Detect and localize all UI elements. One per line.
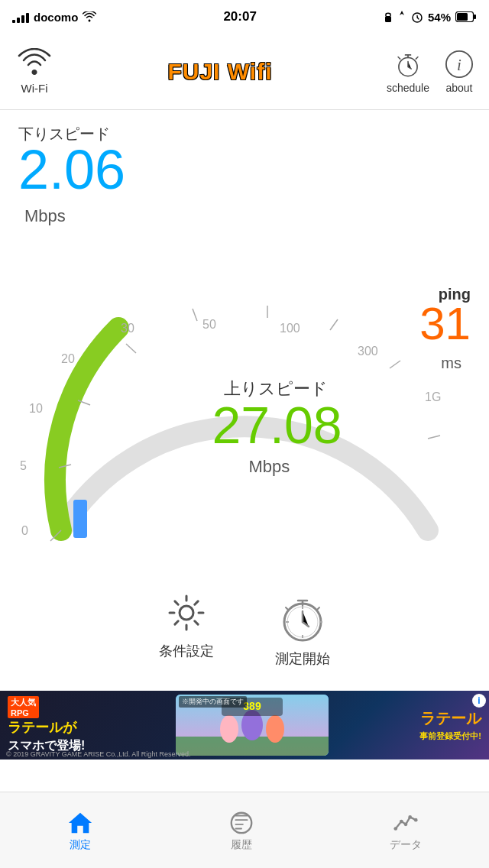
download-unit: Mbps (24, 206, 66, 226)
schedule-label: schedule (387, 82, 429, 94)
wifi-nav[interactable]: Wi-Fi (15, 48, 53, 95)
settings-button[interactable]: 条件設定 (159, 590, 214, 668)
ad-info-button[interactable]: i (472, 694, 486, 708)
ad-brand-name: ラテール (420, 708, 481, 729)
battery-label: 54% (428, 11, 451, 24)
about-button[interactable]: i about (445, 50, 474, 94)
wifi-status-icon (83, 11, 96, 22)
svg-point-35 (403, 822, 407, 826)
scale-100: 100 (280, 322, 300, 335)
svg-rect-8 (73, 500, 87, 538)
alarm-icon (411, 11, 423, 23)
location-icon (397, 11, 406, 23)
status-bar: docomo 20:07 54% (0, 0, 489, 34)
settings-icon (164, 590, 209, 636)
scale-0: 0 (21, 524, 28, 538)
svg-line-16 (390, 361, 400, 368)
ad-title-line2: スマホで登場! (8, 738, 85, 754)
start-label: 測定開始 (275, 649, 330, 668)
svg-point-36 (408, 815, 412, 819)
main-content: 0 5 10 20 30 50 100 300 1G 下りスピード 2.06 M… (0, 110, 489, 691)
start-button[interactable]: 測定開始 (275, 590, 330, 668)
tab-history-label: 履歴 (231, 838, 252, 852)
about-icon: i (445, 50, 474, 79)
about-label: about (445, 82, 472, 94)
status-time: 20:07 (223, 9, 256, 24)
scale-50: 50 (202, 318, 216, 332)
tab-history-icon (228, 809, 254, 835)
upload-speed-value: 27.08 (212, 399, 342, 451)
action-buttons: 条件設定 測定開始 (0, 590, 489, 668)
ad-subtext: 事前登録受付中! (419, 730, 481, 742)
ad-genre-tag: 大人気RPG (8, 696, 39, 718)
nav-actions: schedule i about (387, 50, 474, 94)
tab-data-label: データ (390, 838, 422, 852)
upload-unit: Mbps (248, 457, 290, 477)
svg-rect-4 (474, 15, 476, 19)
svg-line-17 (428, 436, 440, 439)
signal-bars-icon (12, 11, 29, 23)
svg-point-34 (400, 819, 403, 823)
svg-point-29 (266, 715, 284, 743)
svg-line-13 (193, 309, 197, 321)
nav-bar: Wi-Fi FUJI Wifi schedule i about (0, 34, 489, 110)
svg-point-37 (414, 818, 418, 821)
settings-label: 条件設定 (159, 642, 214, 660)
scale-300: 300 (358, 345, 378, 358)
download-speed-value: 2.06 (18, 142, 125, 197)
scale-30: 30 (121, 322, 134, 335)
scale-10: 10 (29, 402, 43, 416)
start-icon (276, 590, 329, 643)
tab-bar: 測定 履歴 データ (0, 792, 489, 868)
svg-line-15 (330, 319, 338, 330)
ad-game-preview: ※開発中の画面です 389 (176, 695, 329, 756)
gauge-container: 0 5 10 20 30 50 100 300 1G (0, 133, 489, 591)
ad-banner[interactable]: 大人気RPG ラテールが スマホで登場! ※開発中の画面です 389 (0, 691, 489, 760)
battery-icon (455, 11, 477, 22)
tab-measurement[interactable]: 測定 (67, 809, 93, 852)
tab-data-icon (393, 809, 419, 835)
svg-rect-0 (385, 16, 391, 22)
lock-icon (384, 11, 393, 23)
ad-title-line1: ラテールが (8, 720, 85, 737)
tab-data[interactable]: データ (390, 809, 422, 852)
wifi-label: Wi-Fi (21, 82, 48, 95)
status-left: docomo (12, 11, 96, 24)
tab-home-icon (67, 809, 93, 835)
status-right: 54% (384, 11, 477, 24)
svg-point-27 (220, 715, 238, 743)
svg-text:i: i (457, 55, 461, 73)
svg-line-12 (126, 344, 136, 353)
tab-measurement-label: 測定 (70, 838, 91, 852)
ad-right: ラテール 事前登録受付中! (419, 708, 481, 742)
svg-point-18 (180, 606, 193, 620)
ad-dev-notice: ※開発中の画面です (179, 696, 247, 708)
ping-value: 31 (419, 301, 471, 347)
schedule-icon (393, 50, 423, 79)
scale-5: 5 (20, 459, 27, 473)
wifi-icon (15, 48, 53, 79)
scale-1g: 1G (425, 390, 441, 404)
carrier-label: docomo (34, 11, 78, 24)
app-title: FUJI Wifi (167, 59, 272, 85)
svg-point-33 (393, 827, 397, 831)
ping-unit: ms (441, 355, 461, 372)
ad-left: 大人気RPG ラテールが スマホで登場! (8, 696, 85, 754)
schedule-button[interactable]: schedule (387, 50, 429, 94)
svg-rect-3 (457, 13, 468, 21)
tab-history[interactable]: 履歴 (228, 809, 254, 852)
scale-20: 20 (61, 352, 75, 366)
